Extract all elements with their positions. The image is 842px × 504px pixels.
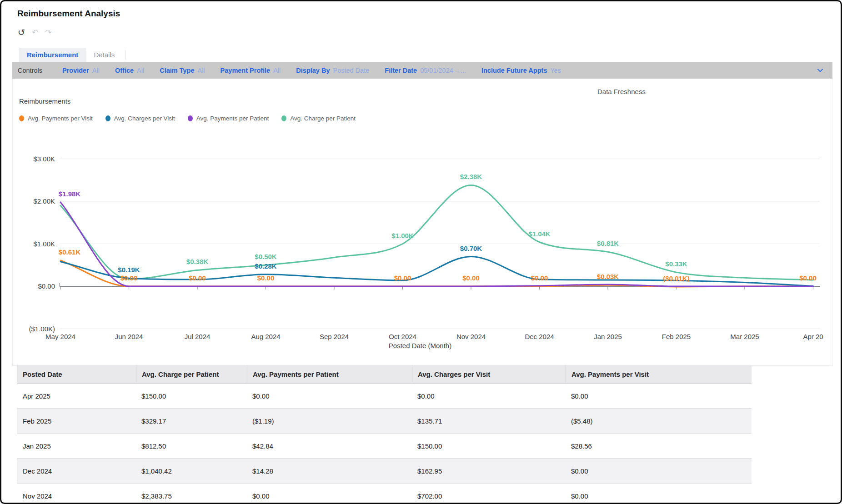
filter-value: All <box>273 67 281 74</box>
filter-value: 05/01/2024 – ... <box>420 67 466 74</box>
chart-title: Reimbursements <box>19 97 70 105</box>
cell-value: $0.00 <box>566 384 752 408</box>
legend-item-avg-charge-per-patient[interactable]: Avg. Charge per Patient <box>281 115 356 122</box>
controls-filters: ProviderAllOfficeAllClaim TypeAllPayment… <box>62 67 576 74</box>
filter-payment-profile[interactable]: Payment ProfileAll <box>221 67 281 74</box>
legend-label: Avg. Payments per Patient <box>196 115 269 122</box>
cell-value: $0.00 <box>566 484 752 504</box>
controls-label: Controls <box>18 67 42 74</box>
table-row: Jan 2025$812.50$42.84$150.00$28.56 <box>17 434 752 459</box>
legend-label: Avg. Charges per Visit <box>114 115 175 122</box>
reimbursement-analysis-window: Reimbursement Analysis ↺ ↶ ↷ Reimburseme… <box>0 0 842 504</box>
filter-claim-type[interactable]: Claim TypeAll <box>160 67 205 74</box>
legend-dot-icon <box>281 115 286 121</box>
legend-dot-icon <box>105 115 110 121</box>
filter-filter-date[interactable]: Filter Date05/01/2024 – ... <box>385 67 466 74</box>
filter-display-by[interactable]: Display ByPosted Date <box>296 67 369 74</box>
tab-divider <box>125 50 125 60</box>
cell-value: $150.00 <box>412 434 566 458</box>
chevron-down-icon[interactable] <box>816 66 824 76</box>
cell-posted-date: Jan 2025 <box>17 434 136 458</box>
filter-include-future-appts[interactable]: Include Future ApptsYes <box>481 67 561 74</box>
legend-label: Avg. Payments per Visit <box>28 115 93 122</box>
cell-value: $14.28 <box>247 459 412 483</box>
filter-value: Posted Date <box>333 67 369 74</box>
cell-value: $702.00 <box>412 484 566 504</box>
filter-name: Display By <box>296 67 330 74</box>
cell-value: $0.00 <box>247 484 412 504</box>
cell-value: $162.95 <box>412 459 566 483</box>
data-freshness-label: Data Freshness <box>597 88 646 95</box>
cell-value: $1,040.42 <box>136 459 247 483</box>
legend-label: Avg. Charge per Patient <box>290 115 356 122</box>
cell-value: $329.17 <box>136 409 247 433</box>
cell-value: $0.00 <box>247 384 412 408</box>
cell-value: $42.84 <box>247 434 412 458</box>
cell-posted-date: Nov 2024 <box>17 484 136 504</box>
reimbursement-table: Posted DateAvg. Charge per PatientAvg. P… <box>17 365 752 504</box>
table-body: Apr 2025$150.00$0.00$0.00$0.00Feb 2025$3… <box>17 384 752 504</box>
filter-provider[interactable]: ProviderAll <box>62 67 100 74</box>
filter-value: All <box>92 67 100 74</box>
cell-value: $135.71 <box>412 409 566 433</box>
table-row: Nov 2024$2,383.75$0.00$702.00$0.00 <box>17 484 752 504</box>
filter-name: Office <box>115 67 134 74</box>
table-row: Apr 2025$150.00$0.00$0.00$0.00 <box>17 384 752 409</box>
filter-office[interactable]: OfficeAll <box>115 67 144 74</box>
cell-value: $0.00 <box>566 459 752 483</box>
filter-name: Provider <box>62 67 89 74</box>
undo-icon[interactable]: ↶ <box>32 28 38 37</box>
table-row: Feb 2025$329.17($1.19)$135.71($5.48) <box>17 409 752 434</box>
legend-item-avg-payments-per-visit[interactable]: Avg. Payments per Visit <box>19 115 93 122</box>
cell-value: ($1.19) <box>247 409 412 433</box>
column-header-avg-charges-per-visit: Avg. Charges per Visit <box>412 365 566 383</box>
legend-dot-icon <box>19 115 24 121</box>
redo-icon[interactable]: ↷ <box>45 28 51 37</box>
legend-item-avg-payments-per-patient[interactable]: Avg. Payments per Patient <box>188 115 269 122</box>
column-header-avg-payments-per-visit: Avg. Payments per Visit <box>566 365 752 383</box>
filter-value: All <box>197 67 205 74</box>
cell-value: $0.00 <box>412 384 566 408</box>
legend-dot-icon <box>188 115 193 121</box>
column-header-avg-payments-per-patient: Avg. Payments per Patient <box>247 365 412 383</box>
legend-item-avg-charges-per-visit[interactable]: Avg. Charges per Visit <box>105 115 175 122</box>
controls-bar: Controls ProviderAllOfficeAllClaim TypeA… <box>12 62 832 79</box>
filter-name: Include Future Appts <box>481 67 547 74</box>
column-header-posted-date: Posted Date <box>17 365 136 383</box>
filter-name: Filter Date <box>385 67 417 74</box>
toolbar: ↺ ↶ ↷ <box>18 28 51 37</box>
tab-details[interactable]: Details <box>86 48 122 62</box>
filter-value: Yes <box>550 67 561 74</box>
tabs: ReimbursementDetails <box>19 48 125 62</box>
cell-value: $2,383.75 <box>136 484 247 504</box>
cell-posted-date: Apr 2025 <box>17 384 136 408</box>
filter-value: All <box>137 67 144 74</box>
chart-legend: Avg. Payments per VisitAvg. Charges per … <box>19 115 356 122</box>
cell-value: $28.56 <box>566 434 752 458</box>
page-title: Reimbursement Analysis <box>17 9 120 19</box>
filter-name: Claim Type <box>160 67 194 74</box>
filter-name: Payment Profile <box>221 67 271 74</box>
cell-value: $150.00 <box>136 384 247 408</box>
reset-filters-icon[interactable]: ↺ <box>18 28 25 37</box>
cell-value: ($5.48) <box>566 409 752 433</box>
tab-reimbursement[interactable]: Reimbursement <box>19 48 86 62</box>
cell-value: $812.50 <box>136 434 247 458</box>
cell-posted-date: Dec 2024 <box>17 459 136 483</box>
column-header-avg-charge-per-patient: Avg. Charge per Patient <box>136 365 247 383</box>
table-header-row: Posted DateAvg. Charge per PatientAvg. P… <box>17 365 752 384</box>
cell-posted-date: Feb 2025 <box>17 409 136 433</box>
table-row: Dec 2024$1,040.42$14.28$162.95$0.00 <box>17 459 752 484</box>
